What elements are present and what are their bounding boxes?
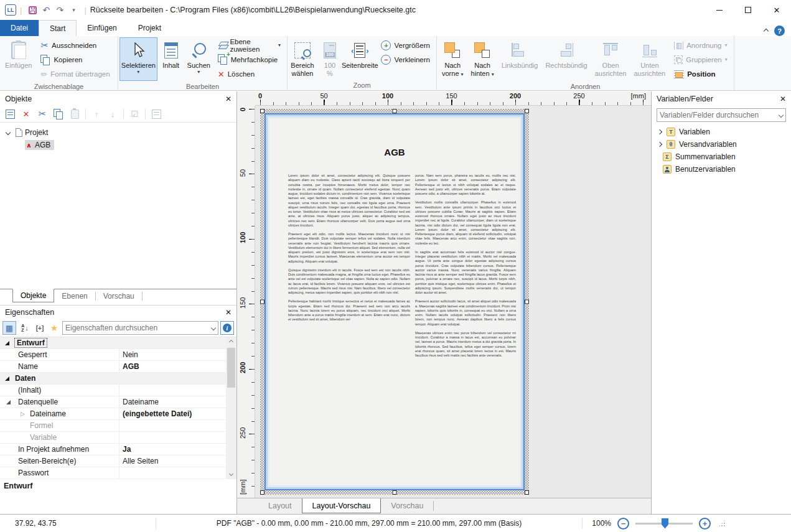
- favorites-star-icon[interactable]: ★: [48, 323, 60, 333]
- zoom-out-button[interactable]: −Verkleinern: [378, 54, 433, 66]
- tab-datei[interactable]: Datei: [0, 20, 39, 36]
- properties-scrollbar[interactable]: [226, 337, 236, 478]
- pdf-object-selection[interactable]: AGB Lorem ipsum dolor sit amet, consecte…: [260, 109, 529, 495]
- scrollbar-thumb[interactable]: [227, 348, 235, 388]
- property-row[interactable]: (Inhalt): [0, 385, 236, 396]
- object-delete-button[interactable]: ✕: [19, 107, 33, 121]
- combo-dropdown-icon[interactable]: [211, 325, 216, 330]
- tab-start[interactable]: Start: [39, 20, 77, 36]
- bring-to-front-button[interactable]: Nachvorne ▾: [438, 37, 467, 81]
- save-button[interactable]: [26, 3, 39, 17]
- zoom-slider[interactable]: [635, 523, 693, 525]
- zoom-out-button[interactable]: −: [617, 518, 629, 530]
- qat-customize-button[interactable]: ▾: [67, 3, 80, 17]
- property-row[interactable]: Formel: [0, 420, 236, 432]
- resize-grip[interactable]: [718, 520, 726, 527]
- selection-handle[interactable]: [525, 300, 529, 304]
- cut-button[interactable]: ✂Ausschneiden: [38, 39, 112, 52]
- categorized-view-button[interactable]: ▦: [2, 321, 16, 335]
- select-button[interactable]: Selektieren ▾: [119, 37, 157, 81]
- selection-handle[interactable]: [525, 490, 529, 495]
- object-cut-button[interactable]: ✂: [35, 107, 49, 121]
- property-row[interactable]: ▷Dateiname(eingebettete Datei): [0, 408, 236, 420]
- selection-handle[interactable]: [260, 109, 264, 113]
- property-category[interactable]: Daten: [0, 373, 236, 385]
- send-to-back-button[interactable]: Nachhinten ▾: [467, 37, 498, 81]
- variables-search-combo[interactable]: [657, 108, 786, 122]
- tab-vorschau-view[interactable]: Vorschau: [381, 498, 433, 513]
- format-painter-button[interactable]: ✏Format übertragen: [38, 68, 112, 80]
- property-row[interactable]: In Projekt aufnehmenJa: [0, 444, 236, 455]
- objects-close-icon[interactable]: ✕: [225, 95, 232, 103]
- help-button[interactable]: ?: [774, 26, 785, 36]
- page-width-button[interactable]: ‹› Seitenbreite: [344, 37, 376, 81]
- tab-objekte[interactable]: Objekte: [12, 289, 54, 302]
- app-icon[interactable]: LL: [5, 4, 16, 16]
- property-row[interactable]: GesperrtNein: [0, 349, 236, 361]
- tree-item-agb[interactable]: ∧ AGB: [0, 139, 236, 151]
- content-button[interactable]: Inhalt: [157, 37, 185, 81]
- variables-search-input[interactable]: [660, 111, 779, 119]
- property-row[interactable]: NameAGB: [0, 361, 236, 373]
- tree-item-summenvariablen[interactable]: Σ Summenvariablen: [657, 151, 791, 163]
- align-left-button[interactable]: Linksbündig: [498, 37, 542, 81]
- undo-button[interactable]: ↶: [39, 3, 53, 17]
- zoom-slider-thumb[interactable]: [662, 518, 668, 529]
- selected-tree-item[interactable]: ∧ AGB: [25, 140, 54, 150]
- property-row[interactable]: Passwort: [0, 467, 236, 479]
- property-row[interactable]: Variable: [0, 432, 236, 444]
- property-category[interactable]: Entwurf: [0, 337, 236, 349]
- properties-search-combo[interactable]: [62, 321, 218, 335]
- chevron-right-icon[interactable]: [657, 129, 662, 134]
- properties-close-icon[interactable]: ✕: [225, 308, 232, 317]
- move-down-button[interactable]: ↓: [106, 107, 119, 121]
- close-button[interactable]: ✕: [762, 0, 791, 20]
- move-up-button[interactable]: ↑: [90, 107, 103, 121]
- tab-vorschau[interactable]: Vorschau: [96, 289, 142, 303]
- delete-button[interactable]: ✕Löschen: [215, 68, 283, 80]
- minimize-button[interactable]: [705, 0, 734, 20]
- tree-item-projekt[interactable]: Projekt: [0, 126, 236, 139]
- tree-item-benutzervariablen[interactable]: Benutzervariablen: [657, 163, 791, 175]
- object-properties-button[interactable]: [3, 107, 17, 121]
- chevron-down-icon[interactable]: [6, 130, 11, 135]
- chevron-right-icon[interactable]: [657, 142, 662, 147]
- assign-layer-button[interactable]: Ebene zuweisen▾: [215, 39, 283, 52]
- zoom-in-button[interactable]: +: [699, 518, 711, 530]
- scroll-down-icon[interactable]: [226, 469, 236, 478]
- sort-az-button[interactable]: AZ↓: [18, 321, 32, 335]
- object-copy-button[interactable]: [52, 107, 65, 121]
- tab-layout-vorschau[interactable]: Layout-Vorschau: [302, 498, 381, 513]
- zoom-in-button[interactable]: +Vergrößern: [378, 39, 433, 52]
- group-button[interactable]: Gruppieren▾: [672, 54, 730, 66]
- paste-button[interactable]: Einfügen: [1, 37, 35, 81]
- tab-einfuegen[interactable]: Einfügen: [77, 20, 127, 36]
- selection-handle[interactable]: [260, 300, 264, 304]
- zoom-100-button[interactable]: 100 100%: [316, 37, 344, 81]
- info-button[interactable]: i: [220, 321, 234, 335]
- properties-search-input[interactable]: [65, 324, 212, 332]
- list-view-button[interactable]: [149, 107, 163, 121]
- tree-item-variablen[interactable]: T Variablen: [657, 126, 791, 138]
- design-canvas[interactable]: AGB Lorem ipsum dolor sit amet, consecte…: [255, 106, 651, 498]
- tab-projekt[interactable]: Projekt: [128, 20, 172, 36]
- selection-handle[interactable]: [393, 109, 397, 113]
- property-row[interactable]: Seiten-Bereich(e)Alle Seiten: [0, 455, 236, 467]
- pdf-object-agb[interactable]: AGB Lorem ipsum dolor sit amet, consecte…: [264, 113, 525, 490]
- maximize-button[interactable]: [734, 0, 762, 20]
- selection-handle[interactable]: [260, 490, 264, 495]
- object-paste-button[interactable]: [68, 107, 82, 121]
- combo-dropdown-icon[interactable]: [779, 113, 784, 118]
- arrangement-button[interactable]: Anordnung▾: [672, 39, 730, 52]
- checklist-button[interactable]: ☑: [128, 107, 141, 121]
- variables-close-icon[interactable]: ✕: [780, 95, 786, 103]
- zoom-region-button[interactable]: Bereichwählen: [289, 37, 316, 81]
- tab-ebenen[interactable]: Ebenen: [54, 289, 95, 303]
- selection-handle[interactable]: [525, 109, 529, 113]
- align-right-button[interactable]: Rechtsbündig: [541, 37, 591, 81]
- copy-button[interactable]: Kopieren: [38, 54, 112, 66]
- redo-button[interactable]: ↷: [53, 3, 67, 17]
- expand-all-button[interactable]: [+]: [34, 325, 46, 332]
- selection-handle[interactable]: [393, 490, 397, 495]
- align-bottom-button[interactable]: Untenausrichten: [630, 37, 669, 81]
